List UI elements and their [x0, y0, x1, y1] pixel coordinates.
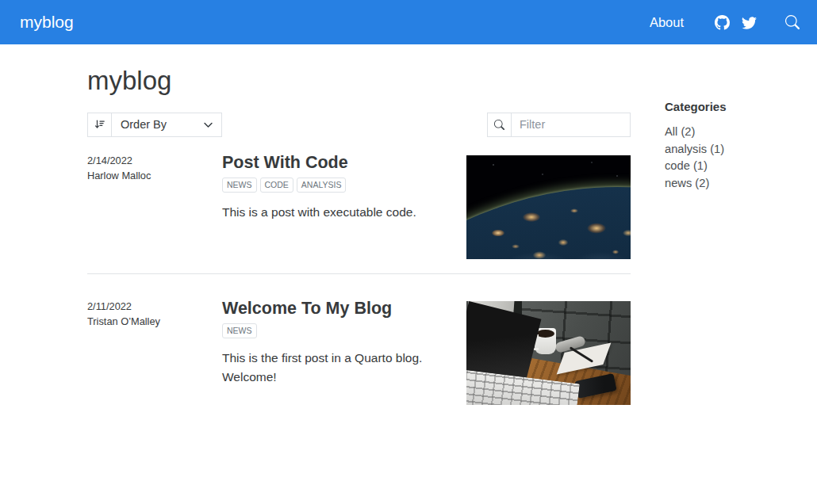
- order-by-label: Order By: [121, 118, 167, 131]
- earth-planet-graphic: [466, 187, 631, 259]
- post-body: Welcome To My Blog NEWS This is the firs…: [222, 299, 466, 405]
- twitter-icon[interactable]: [742, 15, 757, 30]
- order-by-control: Order By: [87, 113, 222, 137]
- listing-post: 2/11/2022 Tristan O’Malley Welcome To My…: [87, 273, 631, 419]
- post-date: 2/14/2022: [87, 153, 222, 168]
- navbar-brand[interactable]: myblog: [20, 13, 74, 32]
- post-thumbnail-earth-at-night[interactable]: [466, 155, 631, 259]
- categories-title: Categories: [665, 100, 784, 113]
- category-news[interactable]: news (2): [665, 175, 784, 193]
- tag-code[interactable]: CODE: [260, 178, 293, 193]
- filter-search-icon: [487, 113, 512, 137]
- sort-icon: [87, 113, 112, 137]
- category-all[interactable]: All (2): [665, 124, 784, 141]
- post-tags: NEWS CODE ANALYSIS: [222, 178, 447, 193]
- order-by-select[interactable]: Order By: [111, 113, 222, 137]
- chevron-down-icon: [203, 120, 213, 130]
- github-icon[interactable]: [715, 15, 730, 30]
- post-title-link[interactable]: Post With Code: [222, 153, 447, 173]
- category-analysis[interactable]: analysis (1): [665, 141, 784, 158]
- listing-post: 2/14/2022 Harlow Malloc Post With Code N…: [87, 137, 631, 273]
- post-thumbnail-desk-laptop[interactable]: [466, 301, 631, 405]
- page-title: myblog: [87, 65, 631, 97]
- post-tags: NEWS: [222, 323, 447, 338]
- filter-input[interactable]: [511, 113, 631, 137]
- post-date: 2/11/2022: [87, 299, 222, 314]
- listing-content: myblog Order By 2/14/202: [87, 65, 631, 419]
- page-body: myblog Order By 2/14/202: [0, 44, 817, 419]
- post-author: Tristan O’Malley: [87, 314, 222, 329]
- post-author: Harlow Malloc: [87, 168, 222, 183]
- category-code[interactable]: code (1): [665, 158, 784, 175]
- post-description: This is a post with executable code.: [222, 203, 447, 222]
- search-icon[interactable]: [785, 15, 800, 29]
- post-description: This is the first post in a Quarto blog.…: [222, 349, 447, 387]
- navbar-right-group: About: [650, 15, 800, 30]
- tag-analysis[interactable]: ANALYSIS: [297, 178, 347, 193]
- categories-sidebar: Categories All (2) analysis (1) code (1)…: [665, 65, 784, 419]
- tag-news[interactable]: NEWS: [222, 323, 257, 338]
- post-body: Post With Code NEWS CODE ANALYSIS This i…: [222, 153, 466, 259]
- top-navbar: myblog About: [0, 0, 817, 44]
- post-meta: 2/11/2022 Tristan O’Malley: [87, 299, 222, 405]
- post-meta: 2/14/2022 Harlow Malloc: [87, 153, 222, 259]
- post-title-link[interactable]: Welcome To My Blog: [222, 299, 447, 319]
- filter-control: [487, 113, 631, 137]
- listing-toolbar: Order By: [87, 113, 631, 137]
- nav-link-about[interactable]: About: [650, 15, 684, 30]
- tag-news[interactable]: NEWS: [222, 178, 257, 193]
